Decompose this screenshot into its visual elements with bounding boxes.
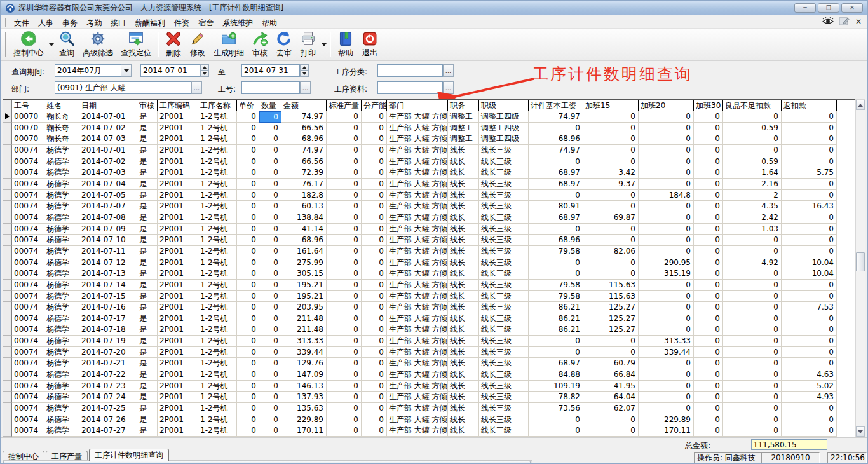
grid-cell[interactable]: 0 [639,381,694,392]
grid-cell[interactable]: 鞠长奇 [44,133,79,145]
grid-cell[interactable]: 5.75 [782,167,837,179]
row-selector[interactable] [3,167,12,179]
grid-cell[interactable]: 线长三级 [479,224,529,235]
grid-cell[interactable]: 0 [327,291,362,303]
grid-cell[interactable]: 是 [137,145,158,156]
grid-cell[interactable]: 0 [362,179,387,190]
grid-cell[interactable]: 0 [694,145,723,156]
grid-cell[interactable]: 生产部 大罐 方倾 [387,369,448,381]
grid-cell[interactable]: 1-2号机 [198,190,237,201]
grid-cell[interactable]: 2P001 [158,313,198,325]
grid-cell[interactable]: 2014-07-25 [79,403,137,414]
grid-cell[interactable]: 68.96 [281,133,327,145]
grid-cell[interactable]: 68.96 [281,235,327,246]
grid-cell[interactable]: 00074 [12,167,44,179]
grid-cell[interactable]: 0 [529,414,583,426]
grid-cell[interactable]: 00074 [12,403,44,414]
grid-cell[interactable]: 0 [782,291,837,303]
grid-cell[interactable]: 0 [327,414,362,426]
grid-cell[interactable]: 1-2号机 [198,212,237,224]
grid-cell[interactable]: 0 [782,358,837,369]
grid-cell[interactable]: 0 [327,358,362,369]
column-header[interactable]: 单价 [237,100,259,111]
grid-cell[interactable]: 2P001 [158,381,198,392]
empno-field[interactable] [241,81,300,94]
grid-cell[interactable]: 0 [237,313,259,325]
grid-cell[interactable]: 0 [694,336,723,347]
grid-cell[interactable]: 0 [327,179,362,190]
grid-cell[interactable]: 1-2号机 [198,111,237,123]
grid-cell[interactable]: 10.04 [782,257,837,269]
grid-cell[interactable]: 杨德学 [44,358,79,369]
grid-cell[interactable]: 0 [327,235,362,246]
grid-cell[interactable]: 线长 [448,257,479,269]
grid-cell[interactable]: 1-2号机 [198,145,237,156]
grid-cell[interactable]: 0 [327,324,362,336]
grid-cell[interactable]: 0 [639,246,694,257]
grid-cell[interactable]: 2014-07-24 [79,392,137,403]
row-selector[interactable] [3,224,12,235]
grid-cell[interactable]: 2014-07-17 [79,313,137,325]
grid-cell[interactable]: 0 [362,403,387,414]
grid-cell[interactable]: 0 [723,246,782,257]
grid-cell[interactable]: 0 [782,179,837,190]
grid-cell[interactable]: 是 [137,291,158,303]
grid-cell[interactable]: 0 [782,156,837,168]
grid-cell[interactable]: 0 [327,156,362,168]
grid-cell[interactable]: 线长 [448,414,479,426]
grid-cell[interactable]: 339.44 [281,347,327,358]
grid-cell[interactable]: 0 [529,347,583,358]
grid-cell[interactable]: 0 [639,302,694,313]
grid-cell[interactable]: 生产部 大罐 方倾 [387,179,448,190]
grid-cell[interactable]: 0 [237,425,259,437]
grid-cell[interactable]: 0 [639,179,694,190]
grid-cell[interactable]: 0 [237,358,259,369]
row-selector[interactable] [3,246,12,257]
row-selector[interactable] [3,179,12,190]
grid-cell[interactable]: 鞠长奇 [44,111,79,123]
grid-cell[interactable]: 线长 [448,358,479,369]
grid-cell[interactable]: 杨德学 [44,224,79,235]
grid-cell[interactable]: 0 [362,268,387,280]
grid-cell[interactable]: 线长三级 [479,414,529,426]
grid-cell[interactable]: 68.97 [529,358,583,369]
grid-cell[interactable]: 0 [362,167,387,179]
grid-cell[interactable]: 0 [639,392,694,403]
grid-cell[interactable]: 0 [327,313,362,325]
grid-cell[interactable]: 0 [327,280,362,291]
grid-cell[interactable]: 0 [327,369,362,381]
grid-cell[interactable]: 195.21 [281,291,327,303]
grid-cell[interactable]: 线长 [448,291,479,303]
grid-cell[interactable]: 线长三级 [479,336,529,347]
grid-cell[interactable]: 00074 [12,358,44,369]
grid-cell[interactable]: 0 [583,111,639,123]
process-info-field[interactable] [377,81,443,94]
grid-cell[interactable]: 0 [362,133,387,145]
grid-cell[interactable]: 2P001 [158,403,198,414]
grid-cell[interactable]: 线长三级 [479,179,529,190]
grid-cell[interactable]: 2P001 [158,302,198,313]
grid-cell[interactable]: 线长 [448,369,479,381]
grid-cell[interactable]: 0 [529,123,583,134]
grid-cell[interactable]: 0 [362,313,387,325]
grid-cell[interactable]: 4.92 [723,257,782,269]
grid-cell[interactable]: 0 [327,425,362,437]
grid-cell[interactable]: 115.63 [583,280,639,291]
grid-cell[interactable]: 0 [583,224,639,235]
grid-cell[interactable]: 0 [259,392,281,403]
grid-cell[interactable]: 0 [583,156,639,168]
grid-cell[interactable]: 杨德学 [44,425,79,437]
grid-cell[interactable]: 2014-07-01 [79,145,137,156]
generate-detail-folder-button[interactable]: 生成明细 [210,30,248,59]
grid-cell[interactable]: 0.59 [723,123,782,134]
grid-cell[interactable]: 147.09 [281,369,327,381]
close-button[interactable]: ✕ [841,3,863,13]
menu-item-7[interactable]: 宿舍 [194,17,218,29]
grid-cell[interactable]: 0 [237,280,259,291]
grid-cell[interactable]: 0 [694,201,723,212]
grid-cell[interactable]: 1-2号机 [198,358,237,369]
grid-cell[interactable]: 线长三级 [479,145,529,156]
grid-cell[interactable]: 线长 [448,235,479,246]
grid-cell[interactable]: 生产部 大罐 方倾 [387,336,448,347]
grid-cell[interactable]: 2P001 [158,123,198,134]
